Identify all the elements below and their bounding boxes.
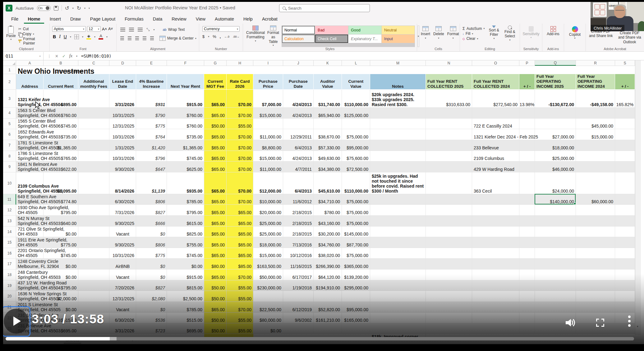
copy-button[interactable]: Copy ▾ bbox=[18, 32, 48, 36]
cell-H14[interactable]: $65.00 bbox=[227, 227, 253, 237]
style-chip-neutral[interactable]: Neutral bbox=[382, 26, 415, 34]
cell-G11[interactable]: $65.00 bbox=[204, 194, 227, 205]
cell-A14[interactable]: 721 Olive St Springfield, OH 45503 bbox=[16, 227, 44, 237]
comma-style-button[interactable]: , bbox=[220, 34, 221, 39]
cell-P18[interactable] bbox=[519, 269, 535, 280]
cell-L5[interactable] bbox=[342, 119, 370, 129]
cell-M19[interactable] bbox=[370, 280, 426, 291]
cell-A9[interactable]: 1841 N Belmont Ave Springfield, OH 45503 bbox=[16, 161, 44, 172]
cell-L6[interactable]: $75,000.00 bbox=[342, 129, 370, 140]
cell-A15[interactable]: 1911 Erie Ave Springfield, OH 45505 bbox=[16, 237, 44, 248]
cell-I22[interactable]: $80,000.00 bbox=[253, 313, 283, 323]
header-cell-A2[interactable]: Address bbox=[16, 74, 44, 90]
delete-cells-button[interactable]: Delete▾ bbox=[433, 26, 444, 40]
cell-N8[interactable] bbox=[426, 151, 472, 161]
save-icon[interactable] bbox=[54, 6, 58, 11]
cell-K19[interactable]: $194,910.00 bbox=[314, 280, 342, 291]
cell-N19[interactable] bbox=[426, 280, 472, 291]
cell-N17[interactable] bbox=[426, 259, 472, 269]
cell-K22[interactable]: $161,210.00 bbox=[314, 313, 342, 323]
style-chip-input[interactable]: Input bbox=[382, 35, 415, 43]
cell-N10[interactable] bbox=[426, 172, 472, 194]
cell-A6[interactable]: 1652 Edwards Ave Springfield, OH 45503 bbox=[16, 129, 44, 140]
cell-D22[interactable]: 6/30/2026 bbox=[109, 313, 136, 323]
cell-F15[interactable]: $755.00 bbox=[167, 237, 204, 248]
cell-N12[interactable] bbox=[426, 205, 472, 216]
header-cell-D2[interactable]: Lease End Date bbox=[109, 74, 136, 90]
cell-C10[interactable] bbox=[78, 172, 109, 194]
cell-P5[interactable] bbox=[519, 119, 535, 129]
cell-Q12[interactable] bbox=[535, 205, 576, 216]
cell-R18[interactable] bbox=[576, 269, 615, 280]
header-cell-E2[interactable]: 4% Baseline Increase bbox=[136, 74, 167, 90]
cell-J5[interactable] bbox=[283, 119, 314, 129]
cell-I5[interactable] bbox=[253, 119, 283, 129]
cell-E20[interactable]: $2,080 bbox=[136, 291, 167, 302]
cell-D15[interactable]: 9/30/2025 bbox=[109, 237, 136, 248]
format-as-table-button[interactable]: Format as Table▾ bbox=[267, 26, 279, 47]
cell-G17[interactable]: $80.00 bbox=[204, 259, 227, 269]
cell-Q5[interactable] bbox=[535, 119, 576, 129]
decrease-indent-icon[interactable] bbox=[143, 36, 146, 40]
column-header-E[interactable]: E bbox=[136, 60, 167, 66]
row-header-18[interactable]: 18 bbox=[3, 269, 16, 280]
column-header-M[interactable]: M bbox=[370, 60, 426, 66]
tab-automate[interactable]: Automate bbox=[211, 15, 238, 24]
column-header-I[interactable]: I bbox=[253, 60, 283, 66]
cell-A11[interactable]: 649 E Southern Ave Springfield, OH 45505 bbox=[16, 194, 44, 205]
cell-J11[interactable]: 11/6/2012 bbox=[283, 194, 314, 205]
column-header-J[interactable]: J bbox=[283, 60, 314, 66]
header-cell-R2[interactable]: Full Year OEPRATING INCOME 2024 bbox=[576, 74, 615, 90]
cell-E19[interactable]: $827 bbox=[136, 280, 167, 291]
cell-L3[interactable]: $110,000.00 bbox=[342, 90, 370, 108]
cell-N20[interactable] bbox=[426, 291, 472, 302]
cell-E16[interactable]: $775 bbox=[136, 248, 167, 259]
cell-M14[interactable] bbox=[370, 227, 426, 237]
cell-E9[interactable]: $647 bbox=[136, 161, 167, 172]
cell-G4[interactable]: $65.00 bbox=[204, 108, 227, 119]
cell-K20[interactable] bbox=[314, 291, 342, 302]
cell-L10[interactable]: $110,000.00 bbox=[342, 172, 370, 194]
column-header-P[interactable]: P bbox=[519, 60, 535, 66]
cell-J8[interactable]: 4/24/2013 bbox=[283, 151, 314, 161]
cell-C21[interactable] bbox=[78, 302, 109, 313]
cell-M13[interactable] bbox=[370, 216, 426, 227]
cell-K11[interactable]: $34,710.00 bbox=[314, 194, 342, 205]
cell-A12[interactable]: 1930 Ohio Ave Springfield, OH 45505 bbox=[16, 205, 44, 216]
cell-R3[interactable]: -$49,158.00 bbox=[576, 90, 615, 108]
cell-M9[interactable] bbox=[370, 161, 426, 172]
cell-R15[interactable] bbox=[576, 237, 615, 248]
cell-H9[interactable]: $70.00 bbox=[227, 161, 253, 172]
cell-M21[interactable] bbox=[370, 302, 426, 313]
cell-H8[interactable]: $70.00 bbox=[227, 151, 253, 161]
cell-S13[interactable] bbox=[615, 216, 635, 227]
cell-R6[interactable]: $15,000.00 bbox=[576, 129, 615, 140]
cell-N3[interactable]: $310,633.00 bbox=[426, 90, 472, 108]
row-header-11[interactable]: 11 bbox=[3, 194, 16, 205]
cut-button[interactable]: ✂Cut bbox=[18, 27, 48, 31]
undo-icon[interactable]: ↺ bbox=[65, 6, 69, 11]
cell-Q13[interactable] bbox=[535, 216, 576, 227]
cell-R5[interactable]: $45,000.00 bbox=[576, 119, 615, 129]
cell-P4[interactable] bbox=[519, 108, 535, 119]
cell-I4[interactable]: $15,000.00 bbox=[253, 108, 283, 119]
cell-K9[interactable]: $34,380.00 bbox=[314, 161, 342, 172]
cell-L12[interactable]: $75,000.00 bbox=[342, 205, 370, 216]
row-header-7[interactable]: 7 bbox=[3, 140, 16, 151]
cell-O9[interactable]: 429 W Harding Road bbox=[472, 161, 519, 172]
cell-H10[interactable]: $70.00 bbox=[227, 172, 253, 194]
cell-C1[interactable]: Chris McAllister bbox=[53, 66, 97, 74]
tab-view[interactable]: View bbox=[192, 15, 209, 24]
cell-K3[interactable]: $31,740.00 bbox=[314, 90, 342, 108]
cell-E23[interactable]: $723 bbox=[136, 323, 167, 334]
cell-F4[interactable]: $760.00 bbox=[167, 108, 204, 119]
column-header-K[interactable]: K bbox=[314, 60, 342, 66]
cell-O5[interactable]: 722 E Cassilly 2024 bbox=[472, 119, 519, 129]
cell-P22[interactable] bbox=[519, 313, 535, 323]
cell-I13[interactable]: $25,000.00 bbox=[253, 216, 283, 227]
cell-D21[interactable]: Vacant bbox=[109, 302, 136, 313]
cell-N14[interactable] bbox=[426, 227, 472, 237]
column-header-F[interactable]: F bbox=[167, 60, 204, 66]
cell-I19[interactable]: $230,000.00 bbox=[253, 280, 283, 291]
align-middle-icon[interactable] bbox=[129, 28, 134, 31]
